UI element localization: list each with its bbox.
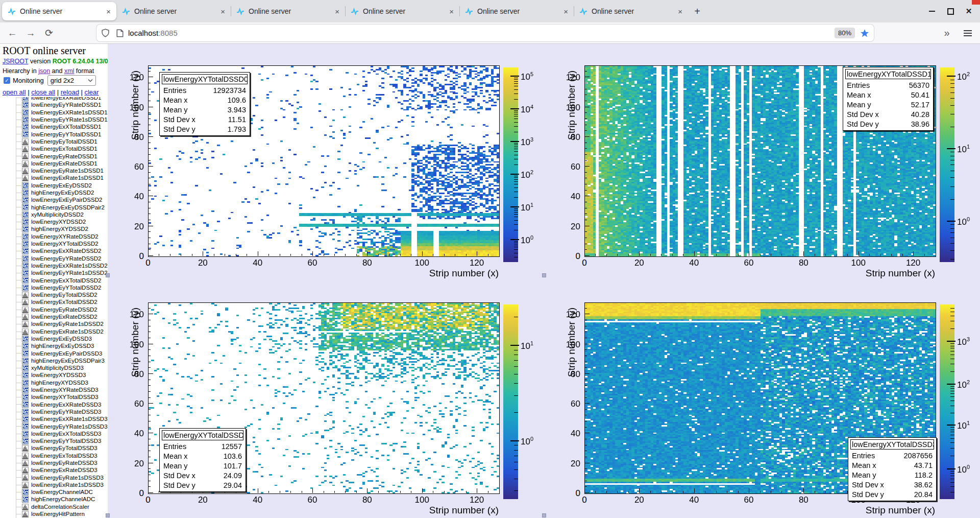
open-all-link[interactable]: open all — [3, 88, 26, 96]
tree-item[interactable]: lowEnergyExEyPairDSSD2 — [0, 196, 108, 203]
tree-item[interactable]: highEnergyExEyDSSD3 — [0, 342, 108, 349]
tree-item[interactable]: lowEnergyXYTotalDSSD3 — [0, 393, 108, 401]
pad-resize-handle[interactable] — [542, 273, 546, 277]
tree-item[interactable]: lowEnergyExRateDSSD2 — [0, 313, 108, 320]
window-maximize-button[interactable] — [942, 0, 959, 22]
pad-resize-handle[interactable] — [106, 513, 110, 517]
pad-resize-handle[interactable] — [106, 273, 110, 277]
back-button[interactable]: ← — [4, 22, 20, 43]
tree-item[interactable]: lowEnergyEyYTotalDSSD3 — [0, 437, 108, 444]
tree-item[interactable]: highEnergyXYDSSD3 — [0, 379, 108, 386]
tree-item[interactable]: lowEnergyEyTotalDSSD2 — [0, 291, 108, 298]
tree-item[interactable]: lowEnergyEyYRate1sDSSD3 — [0, 422, 108, 430]
tree-item[interactable]: lowEnergyEyTotalDSSD3 — [0, 444, 108, 452]
tree-item[interactable]: highEnergyExEyDSSDPair3 — [0, 357, 108, 364]
tree-item[interactable]: lowEnergyExRateDSSD1 — [0, 160, 108, 167]
tree-item[interactable]: lowEnergyExXTotalDSSD2 — [0, 276, 108, 284]
tab-close-icon[interactable]: × — [562, 7, 570, 16]
close-all-link[interactable]: close all — [31, 88, 55, 96]
reload-link[interactable]: reload — [61, 88, 79, 96]
tab-close-icon[interactable]: × — [219, 7, 227, 16]
tree-item[interactable]: lowEnergyExXTotalDSSD3 — [0, 430, 108, 437]
tab[interactable]: Online server× — [231, 2, 345, 20]
tab[interactable]: Online server× — [459, 2, 574, 20]
tree-item[interactable]: lowEnergyExXRateDSSD3 — [0, 401, 108, 408]
xml-link[interactable]: xml — [64, 67, 74, 75]
tree-item[interactable]: lowEnergyEyRate1sDSSD2 — [0, 320, 108, 327]
bookmark-star-button[interactable] — [860, 29, 869, 38]
tree-item[interactable]: lowEnergyExXRate1sDSSD3 — [0, 415, 108, 422]
stat-box[interactable]: lowEnergyXYTotalDSSD3Entries2087656Mean … — [848, 437, 937, 501]
tree-item[interactable]: lowEnergyXYRateDSSD2 — [0, 233, 108, 240]
tree-item[interactable]: lowEnergyExEyPairDSSD3 — [0, 349, 108, 357]
tree-item[interactable]: lowEnergyEyYRateDSSD1 — [0, 101, 108, 108]
tree-item[interactable]: lowEnergyEyYTotalDSSD2 — [0, 284, 108, 291]
tree-item[interactable]: lowEnergyExRate1sDSSD3 — [0, 481, 108, 488]
tab-close-icon[interactable]: × — [448, 7, 455, 16]
stat-box[interactable]: lowEnergyXYTotalDSSD2Entries12557Mean x1… — [159, 428, 246, 492]
tree-item[interactable]: lowEnergyExXRateDSSD1 — [0, 97, 108, 101]
clear-link[interactable]: clear — [84, 88, 99, 96]
tree-item[interactable]: lowEnergyXYDSSD2 — [0, 218, 108, 225]
tree-item[interactable]: lowEnergyXYDSSD3 — [0, 371, 108, 379]
pad-resize-handle[interactable] — [542, 513, 546, 517]
tree-item[interactable]: lowEnergyExXRate1sDSSD1 — [0, 109, 108, 116]
overflow-menu-button[interactable]: » — [938, 22, 955, 43]
tree-item[interactable]: lowEnergyEyYRateDSSD3 — [0, 408, 108, 415]
zoom-level-badge[interactable]: 80% — [835, 28, 855, 38]
tab-close-icon[interactable]: × — [333, 7, 341, 16]
tree-item[interactable]: lowEnergyExTotalDSSD3 — [0, 452, 108, 459]
new-tab-button[interactable]: + — [690, 4, 704, 18]
tree-item[interactable]: lowEnergyHitPattern — [0, 510, 108, 517]
tree-item[interactable]: lowEnergyEyRateDSSD2 — [0, 306, 108, 313]
json-link[interactable]: json — [38, 67, 50, 75]
tree-item[interactable]: lowEnergyEyYRate1sDSSD2 — [0, 269, 108, 276]
tree-item[interactable]: lowEnergyExEyDSSD2 — [0, 182, 108, 189]
tree-item[interactable]: xyMultiplicityDSSD2 — [0, 211, 108, 218]
reload-button[interactable]: ⟳ — [41, 22, 57, 43]
tree-item[interactable]: lowEnergyExRate1sDSSD2 — [0, 328, 108, 335]
tree-item[interactable]: lowEnergyExTotalDSSD2 — [0, 298, 108, 305]
tree-item[interactable]: lowEnergyXYRateDSSD3 — [0, 386, 108, 393]
stat-box[interactable]: lowEnergyXYTotalDSSD0Entries12923734Mean… — [159, 72, 250, 136]
tab-close-icon[interactable]: × — [105, 7, 112, 16]
tree-item[interactable]: lowEnergyExXRate1sDSSD2 — [0, 262, 108, 269]
app-menu-button[interactable] — [959, 22, 977, 43]
tab[interactable]: Online server× — [116, 2, 231, 20]
tree-item[interactable]: lowEnergyEyRateDSSD1 — [0, 152, 108, 159]
tree-item[interactable]: lowEnergyEyRate1sDSSD3 — [0, 474, 108, 481]
tree-item[interactable]: lowEnergyEyYTotalDSSD1 — [0, 130, 108, 137]
tree-item[interactable]: lowEnergyEyRateDSSD3 — [0, 459, 108, 466]
tree-item[interactable]: lowEnergyEyTotalDSSD1 — [0, 138, 108, 145]
tree-item[interactable]: highEnergyChannelADC — [0, 496, 108, 503]
layout-select[interactable]: grid 2x2 — [47, 75, 96, 86]
tree-item[interactable]: highEnergyExEyDSSDPair2 — [0, 203, 108, 210]
tree-item[interactable]: lowEnergyChannelADC — [0, 488, 108, 496]
tree-item[interactable]: lowEnergyXYTotalDSSD2 — [0, 240, 108, 247]
jsroot-link[interactable]: JSROOT — [3, 58, 28, 65]
tree-item[interactable]: highEnergyExEyDSSD2 — [0, 189, 108, 196]
tab[interactable]: Online server× — [2, 2, 116, 20]
tree-item[interactable]: lowEnergyEyYRate1sDSSD1 — [0, 116, 108, 123]
tree-item[interactable]: lowEnergyExEyDSSD3 — [0, 335, 108, 342]
tab[interactable]: Online server× — [345, 2, 459, 20]
tree-item[interactable]: lowEnergyExXRateDSSD2 — [0, 247, 108, 254]
tree-item[interactable]: lowEnergyExRate1sDSSD1 — [0, 174, 108, 181]
tab[interactable]: Online server× — [574, 2, 688, 20]
forward-button[interactable]: → — [22, 22, 39, 43]
stat-box[interactable]: lowEnergyXYTotalDSSD1Entries56370Mean x5… — [843, 67, 934, 131]
tree-item[interactable]: highEnergyXYDSSD2 — [0, 225, 108, 232]
tree-item[interactable]: lowEnergyExTotalDSSD1 — [0, 145, 108, 152]
tab-close-icon[interactable]: × — [676, 7, 684, 16]
tree-item[interactable]: lowEnergyEyYRateDSSD2 — [0, 255, 108, 262]
url-bar[interactable]: localhost:8085 80% — [96, 25, 874, 41]
monitoring-checkbox[interactable]: ✓ — [4, 77, 10, 84]
tree-item[interactable]: lowEnergyEyRate1sDSSD1 — [0, 167, 108, 174]
tree-item[interactable]: lowEnergyExRateDSSD3 — [0, 466, 108, 474]
tree-item[interactable]: lowEnergyExXTotalDSSD1 — [0, 123, 108, 130]
window-minimize-button[interactable] — [924, 0, 940, 22]
color-scale-bar[interactable] — [940, 304, 954, 499]
tree-item[interactable]: xyMultiplicityDSSD3 — [0, 364, 108, 371]
shield-icon[interactable] — [101, 29, 110, 37]
tree-item[interactable]: deltaCorrelationScaler — [0, 503, 108, 510]
